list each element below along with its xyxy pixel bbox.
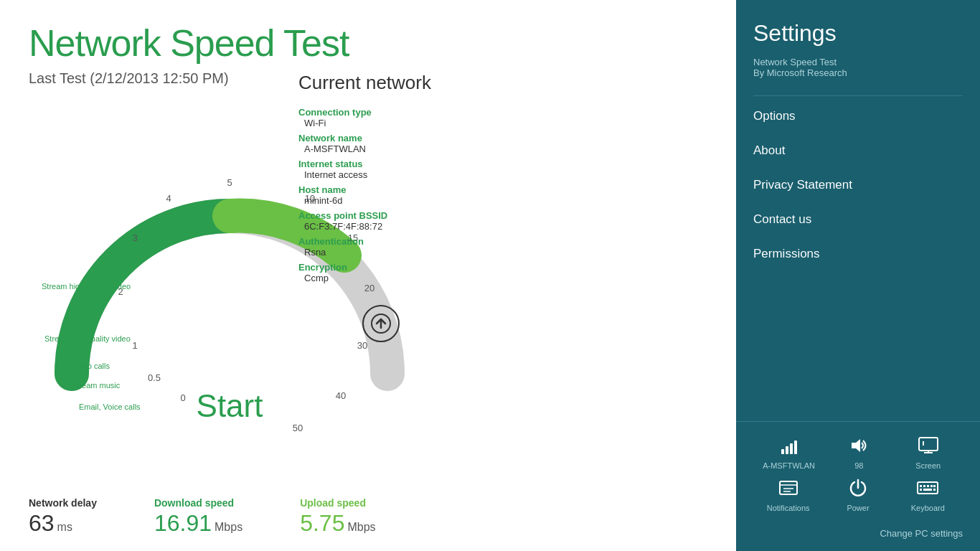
svg-marker-24: [852, 439, 860, 452]
screen-label: Screen: [915, 461, 941, 470]
wifi-icon-item[interactable]: A-MSFTWLAN: [763, 436, 815, 470]
svg-rect-25: [919, 438, 938, 451]
volume-icon: [849, 436, 869, 458]
network-name-value: A-MSFTWLAN: [298, 143, 463, 154]
network-name-row: Network name A-MSFTWLAN: [298, 133, 463, 154]
system-icons-row1: A-MSFTWLAN 98 Scr: [753, 428, 963, 474]
app-info: Network Speed Test By Microsoft Research: [753, 57, 963, 78]
encryption-row: Encryption Ccmp: [298, 262, 463, 283]
network-panel: Current network Connection type Wi-Fi Ne…: [298, 72, 463, 342]
gauge-section: 0 0.5 1 2 3 4 5 10 15 20 30: [29, 101, 707, 446]
change-pc-link[interactable]: Change PC settings: [880, 528, 963, 539]
change-pc-row: Change PC settings: [753, 521, 963, 551]
svg-rect-35: [920, 485, 922, 487]
power-label: Power: [847, 504, 869, 512]
screen-icon: [918, 436, 939, 458]
volume-label: 98: [854, 461, 863, 470]
download-value: 16.91: [154, 510, 212, 536]
svg-rect-39: [933, 485, 936, 487]
svg-rect-21: [786, 446, 788, 454]
system-divider: [736, 421, 980, 422]
encryption-label: Encryption: [298, 262, 463, 273]
access-point-label: Access point BSSID: [298, 210, 463, 221]
host-name-value: minint-6d: [298, 195, 463, 206]
svg-text:1: 1: [132, 340, 137, 351]
svg-text:Email, Voice calls: Email, Voice calls: [79, 402, 141, 411]
network-delay-unit: ms: [57, 521, 72, 533]
access-point-row: Access point BSSID 6C:F3:7F:4F:88:72: [298, 210, 463, 232]
internet-status-label: Internet status: [298, 159, 463, 169]
svg-rect-34: [918, 482, 938, 494]
sidebar-app-by: By Microsoft Research: [753, 67, 963, 78]
authentication-row: Authentication Rsna: [298, 236, 463, 258]
svg-rect-20: [781, 449, 784, 454]
power-icon-item[interactable]: Power: [833, 479, 883, 512]
connection-type-row: Connection type Wi-Fi: [298, 107, 463, 128]
upload-icon: [362, 305, 400, 342]
host-name-label: Host name: [298, 184, 463, 195]
svg-text:Stream high-quality video: Stream high-quality video: [42, 282, 131, 291]
menu-item-privacy[interactable]: Privacy Statement: [753, 168, 963, 202]
svg-text:Stream low-quality video: Stream low-quality video: [44, 334, 131, 343]
svg-rect-41: [923, 489, 932, 491]
svg-rect-40: [920, 489, 922, 491]
network-title: Current network: [298, 72, 463, 94]
connection-type-label: Connection type: [298, 107, 463, 118]
download-unit: Mbps: [215, 521, 242, 533]
main-content: Network Speed Test Last Test (2/12/2013 …: [0, 0, 736, 551]
notifications-label: Notifications: [767, 504, 810, 512]
menu-item-about[interactable]: About: [753, 133, 963, 168]
download-label: Download speed: [154, 497, 242, 509]
authentication-value: Rsna: [298, 247, 463, 258]
svg-text:0.5: 0.5: [148, 372, 161, 383]
stats-row: Network delay 63ms Download speed 16.91M…: [29, 497, 435, 537]
download-speed-block: Download speed 16.91Mbps: [154, 497, 242, 537]
upload-label: Upload speed: [300, 497, 375, 509]
svg-text:40: 40: [336, 390, 346, 401]
upload-speed-block: Upload speed 5.75Mbps: [300, 497, 375, 537]
authentication-label: Authentication: [298, 236, 463, 247]
svg-text:50: 50: [293, 423, 303, 433]
svg-text:0: 0: [180, 392, 185, 403]
access-point-value: 6C:F3:7F:4F:88:72: [298, 221, 463, 232]
keyboard-label: Keyboard: [911, 504, 945, 512]
notifications-icon: [778, 479, 798, 501]
internet-status-value: Internet access: [298, 169, 463, 180]
svg-text:Start: Start: [197, 388, 263, 423]
wifi-label: A-MSFTWLAN: [763, 461, 815, 470]
menu-item-permissions[interactable]: Permissions: [753, 237, 963, 271]
wifi-icon: [779, 436, 799, 458]
svg-text:4: 4: [166, 193, 171, 204]
settings-sidebar: Settings Network Speed Test By Microsoft…: [736, 0, 980, 551]
svg-rect-36: [923, 485, 925, 487]
keyboard-icon: [917, 479, 938, 501]
settings-title: Settings: [753, 20, 963, 47]
network-delay-label: Network delay: [29, 497, 97, 509]
internet-status-row: Internet status Internet access: [298, 159, 463, 180]
upload-unit: Mbps: [347, 521, 375, 533]
menu-item-contact[interactable]: Contact us: [753, 202, 963, 237]
svg-rect-38: [930, 485, 933, 487]
connection-type-value: Wi-Fi: [298, 118, 463, 128]
svg-text:5: 5: [227, 177, 232, 188]
volume-icon-item[interactable]: 98: [834, 436, 884, 470]
encryption-value: Ccmp: [298, 273, 463, 283]
notifications-icon-item[interactable]: Notifications: [763, 479, 814, 512]
svg-rect-29: [780, 481, 797, 494]
app-title: Network Speed Test: [29, 22, 707, 65]
menu-item-options[interactable]: Options: [753, 99, 963, 133]
network-name-label: Network name: [298, 133, 463, 143]
menu-divider-top: [753, 95, 963, 96]
keyboard-icon-item[interactable]: Keyboard: [903, 479, 953, 512]
upload-icon-area: [298, 305, 463, 342]
svg-text:Stream music: Stream music: [72, 381, 121, 390]
sidebar-app-name: Network Speed Test: [753, 57, 963, 67]
svg-text:3: 3: [132, 232, 137, 243]
svg-rect-23: [794, 441, 797, 454]
power-icon: [848, 479, 868, 501]
svg-rect-37: [927, 485, 929, 487]
screen-icon-item[interactable]: Screen: [903, 436, 953, 470]
svg-rect-42: [933, 489, 936, 491]
upload-value: 5.75: [300, 510, 344, 536]
host-name-row: Host name minint-6d: [298, 184, 463, 206]
